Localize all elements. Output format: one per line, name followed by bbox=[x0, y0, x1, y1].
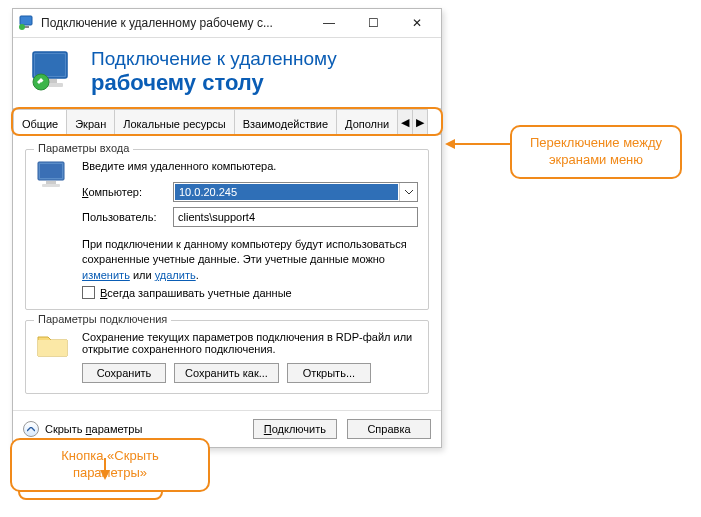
callout-hide-options: Кнопка «Скрыть параметры» bbox=[10, 438, 210, 492]
titlebar[interactable]: Подключение к удаленному рабочему с... —… bbox=[13, 9, 441, 37]
save-as-button[interactable]: Сохранить как... bbox=[174, 363, 279, 383]
svg-rect-9 bbox=[40, 164, 62, 178]
user-label: Пользователь: bbox=[82, 211, 167, 223]
rdp-icon bbox=[29, 48, 77, 96]
header-line1: Подключение к удаленному bbox=[91, 48, 337, 70]
user-input[interactable] bbox=[173, 207, 418, 227]
folder-icon bbox=[36, 331, 72, 383]
login-intro: Введите имя удаленного компьютера. bbox=[82, 160, 418, 172]
connection-desc: Сохранение текущих параметров подключени… bbox=[82, 331, 418, 355]
credentials-note: При подключении к данному компьютеру буд… bbox=[82, 237, 418, 283]
connection-group: Параметры подключения Сохранение текущих… bbox=[25, 320, 429, 394]
change-credentials-link[interactable]: изменить bbox=[82, 269, 130, 281]
tab-experience[interactable]: Взаимодействие bbox=[234, 109, 337, 134]
svg-rect-10 bbox=[46, 181, 56, 184]
window-title: Подключение к удаленному рабочему с... bbox=[41, 16, 307, 30]
tab-advanced[interactable]: Дополни bbox=[336, 109, 398, 134]
app-icon bbox=[19, 15, 35, 31]
save-button[interactable]: Сохранить bbox=[82, 363, 166, 383]
tab-strip: Общие Экран Локальные ресурсы Взаимодейс… bbox=[13, 109, 441, 135]
help-button[interactable]: Справка bbox=[347, 419, 431, 439]
computer-combo[interactable] bbox=[173, 182, 418, 202]
delete-credentials-link[interactable]: удалить bbox=[155, 269, 196, 281]
header-text: Подключение к удаленному рабочему столу bbox=[91, 48, 337, 96]
chevron-down-icon[interactable] bbox=[399, 183, 417, 201]
rdp-window: Подключение к удаленному рабочему с... —… bbox=[12, 8, 442, 448]
hide-options-label: Скрыть параметры bbox=[45, 423, 142, 435]
computer-input[interactable] bbox=[175, 184, 398, 200]
tab-local-resources[interactable]: Локальные ресурсы bbox=[114, 109, 234, 134]
svg-rect-4 bbox=[35, 54, 65, 76]
always-ask-label: Всегда запрашивать учетные данные bbox=[100, 287, 292, 299]
close-button[interactable]: ✕ bbox=[395, 9, 439, 37]
tab-content: Параметры входа Введите имя удаленного к… bbox=[13, 135, 441, 410]
callout-tabs: Переключение между экранами меню bbox=[510, 125, 682, 179]
login-group: Параметры входа Введите имя удаленного к… bbox=[25, 149, 429, 310]
svg-marker-13 bbox=[445, 139, 455, 149]
svg-rect-0 bbox=[20, 16, 32, 25]
connect-button[interactable]: Подключить bbox=[253, 419, 337, 439]
svg-point-2 bbox=[19, 24, 25, 30]
connection-group-title: Параметры подключения bbox=[34, 313, 171, 325]
tab-scroll-right[interactable]: ▶ bbox=[412, 109, 428, 134]
login-group-title: Параметры входа bbox=[34, 142, 133, 154]
computer-label: Компьютер: bbox=[82, 186, 167, 198]
hide-options-button[interactable]: Скрыть параметры bbox=[23, 421, 243, 437]
header: Подключение к удаленному рабочему столу bbox=[13, 38, 441, 109]
open-button[interactable]: Открыть... bbox=[287, 363, 371, 383]
computer-icon bbox=[36, 160, 72, 299]
header-line2: рабочему столу bbox=[91, 70, 337, 96]
tab-display[interactable]: Экран bbox=[66, 109, 115, 134]
maximize-button[interactable]: ☐ bbox=[351, 9, 395, 37]
svg-rect-11 bbox=[42, 184, 60, 187]
chevron-up-icon bbox=[23, 421, 39, 437]
tab-general[interactable]: Общие bbox=[13, 109, 67, 135]
always-ask-checkbox[interactable] bbox=[82, 286, 95, 299]
tab-scroll-left[interactable]: ◀ bbox=[397, 109, 413, 134]
minimize-button[interactable]: — bbox=[307, 9, 351, 37]
